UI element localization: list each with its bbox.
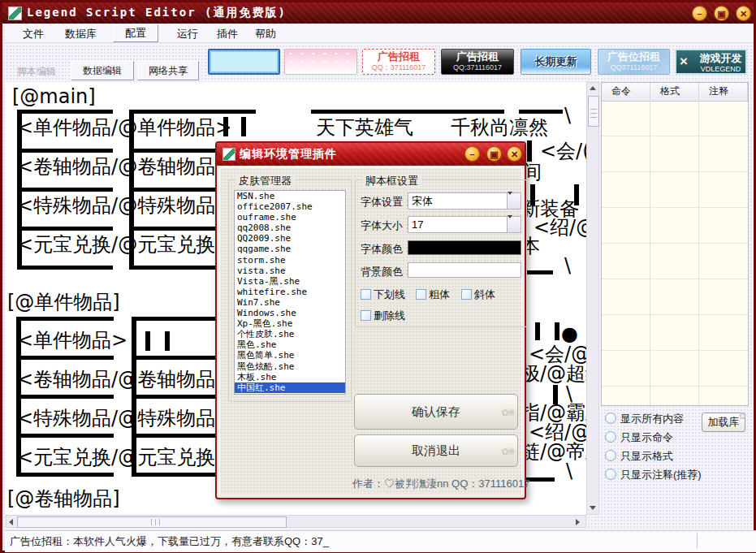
checkbox-label: 粗体 (429, 288, 450, 300)
editor-rule (16, 317, 114, 321)
dialog-maximize-button[interactable]: ▣ (486, 146, 502, 162)
menu-config[interactable]: 配置 (113, 24, 158, 42)
close-button[interactable]: ✕ (736, 6, 751, 21)
editor-text: \ (564, 255, 571, 276)
banner-reddash[interactable]: 广告招租QQ：371116017 (362, 49, 435, 75)
font-select[interactable]: 宋体 (408, 192, 521, 210)
checkbox-0[interactable]: 下划线 (361, 287, 405, 302)
skin-list[interactable]: MSN.sheoffice2007.sheouframe.sheqq2008.s… (234, 190, 346, 395)
banner-preview[interactable] (208, 49, 280, 75)
skin-item[interactable]: Vista-黑.she (235, 276, 345, 287)
command-table-body[interactable] (602, 101, 748, 405)
radio-label: 只显示格式 (620, 450, 673, 462)
editor-text: 极/@超级 (521, 363, 586, 384)
skin-item[interactable]: ouframe.she (235, 212, 345, 222)
menu-help[interactable]: 帮助 (252, 26, 279, 42)
vertical-scroll-thumb[interactable] (588, 96, 599, 127)
size-select[interactable]: 17 (408, 216, 521, 233)
checkbox-icon[interactable] (361, 289, 371, 300)
skin-item[interactable]: MSN.she (235, 191, 345, 201)
radio-icon[interactable] (605, 450, 616, 461)
skin-item[interactable]: QQ2009.she (235, 233, 345, 244)
checkbox-1[interactable]: 粗体 (416, 287, 450, 302)
editor-rule (311, 110, 504, 114)
radio-icon[interactable] (605, 431, 616, 443)
scroll-down-icon[interactable] (588, 503, 598, 512)
editor-horizontal-scrollbar[interactable] (6, 515, 586, 528)
dialog-close-button[interactable]: ✕ (507, 146, 522, 162)
skin-item[interactable]: vista.she (235, 266, 345, 276)
chevron-down-icon[interactable] (507, 217, 521, 232)
menu-plugin[interactable]: 插件 (214, 26, 241, 42)
checkbox-2[interactable]: 斜体 (461, 287, 495, 302)
skin-item[interactable]: office2007.she (235, 201, 345, 212)
skin-item[interactable]: 木板.she (235, 372, 345, 382)
size-value: 17 (412, 218, 423, 231)
banner-sky[interactable]: 长期更新 (521, 49, 591, 75)
skin-item[interactable]: 黑色炫酷.she (235, 361, 345, 372)
checkbox-icon[interactable] (361, 310, 371, 321)
skin-item[interactable]: qq2008.she (235, 222, 345, 233)
skin-item[interactable]: Windows.she (235, 308, 345, 318)
editor-rule (132, 473, 219, 477)
editor-rule (555, 322, 559, 340)
skin-manager-group: 皮肤管理器 MSN.sheoffice2007.sheouframe.sheqq… (228, 179, 352, 402)
horizontal-scroll-thumb[interactable] (17, 516, 287, 528)
editor-text: <单件物品/@单件物品> (17, 117, 231, 138)
skin-item[interactable]: whitefire.she (235, 287, 345, 297)
checkbox-label: 删除线 (374, 309, 405, 322)
maximize-button[interactable]: ▣ (714, 6, 729, 21)
load-library-button[interactable]: 加载库 (702, 413, 745, 432)
editor-vertical-scrollbar[interactable] (586, 82, 599, 515)
banner-dark[interactable]: 广告招租QQ:371116017 (441, 49, 514, 75)
banner-teal[interactable]: ×游戏开发VDLEGEND (675, 49, 747, 75)
scroll-up-icon[interactable] (588, 84, 598, 93)
skin-item[interactable]: Win7.she (235, 297, 345, 308)
skin-item[interactable]: storm.she (235, 255, 345, 266)
radio-icon[interactable] (605, 469, 616, 480)
checkbox-icon[interactable] (416, 289, 426, 300)
radio-2[interactable]: 只显示格式 (605, 450, 673, 466)
font-color-swatch[interactable] (408, 240, 521, 255)
banner-pink[interactable] (284, 49, 357, 75)
bg-color-input[interactable] (408, 262, 521, 278)
banner-lblue[interactable]: 广告位招租QQ371116017 (598, 49, 670, 75)
dialog-icon (222, 148, 235, 161)
scroll-right-icon[interactable] (572, 516, 582, 526)
editor-rule (16, 317, 21, 477)
chevron-down-icon[interactable] (507, 193, 521, 209)
dialog-minimize-button[interactable]: – (464, 146, 480, 162)
skin-item[interactable]: Xp-黑色.she (235, 318, 345, 329)
editor-rule (132, 317, 136, 477)
editor-rule (16, 395, 114, 399)
skin-item[interactable]: 个性皮肤.she (235, 329, 345, 339)
confirm-save-button[interactable]: 确认保存 (354, 394, 518, 430)
radio-0[interactable]: 显示所有内容 (605, 413, 684, 429)
skin-item[interactable]: qqgame.she (235, 244, 345, 254)
banner-text: 广告位招租 (598, 50, 669, 63)
command-table-header: 命令格式注释 (602, 83, 748, 102)
minimize-button[interactable]: – (692, 6, 707, 21)
cancel-exit-button[interactable]: 取消退出 (354, 434, 518, 467)
tab-network-share[interactable]: 网络共享 (137, 61, 199, 80)
editor-text: [@单件物品] (7, 292, 120, 313)
skin-item[interactable]: 黑色简单.she (235, 350, 345, 361)
radio-label: 显示所有内容 (620, 413, 684, 425)
skin-item[interactable]: 黑色.she (235, 339, 345, 350)
editor-rule (17, 266, 113, 270)
size-label: 字体大小： (361, 218, 413, 233)
menu-run[interactable]: 运行 (174, 26, 201, 42)
radio-1[interactable]: 只显示命令 (605, 431, 673, 447)
editor-rule (165, 331, 170, 351)
radio-icon[interactable] (605, 413, 616, 424)
radio-3[interactable]: 只显示注释(推荐) (605, 469, 702, 485)
status-divider (697, 534, 698, 548)
checkbox-icon[interactable] (461, 289, 472, 300)
editor-text: 链/@帝王 (521, 441, 586, 462)
tab-data-edit[interactable]: 数据编辑 (71, 61, 134, 80)
scroll-left-icon[interactable] (6, 516, 16, 526)
skin-item[interactable]: 中国红.she (235, 382, 345, 393)
checkbox-3[interactable]: 删除线 (361, 309, 405, 323)
menu-file[interactable]: 文件 (19, 26, 47, 42)
menu-database[interactable]: 数据库 (62, 26, 100, 42)
